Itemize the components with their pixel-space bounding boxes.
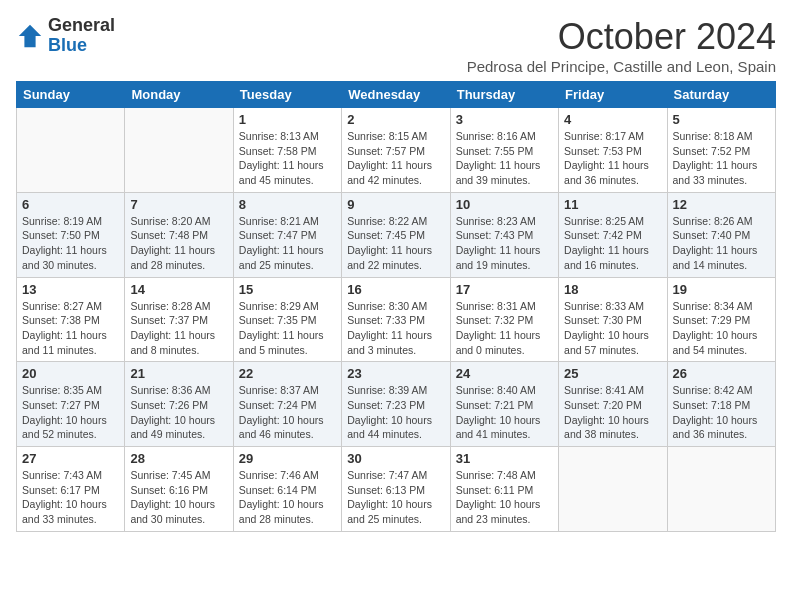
cell-info: Sunrise: 7:43 AMSunset: 6:17 PMDaylight:… — [22, 468, 119, 527]
cell-info: Sunrise: 8:23 AMSunset: 7:43 PMDaylight:… — [456, 214, 553, 273]
calendar-cell: 28Sunrise: 7:45 AMSunset: 6:16 PMDayligh… — [125, 447, 233, 532]
calendar-header-row: SundayMondayTuesdayWednesdayThursdayFrid… — [17, 82, 776, 108]
calendar-cell — [559, 447, 667, 532]
cell-info: Sunrise: 8:28 AMSunset: 7:37 PMDaylight:… — [130, 299, 227, 358]
day-number: 21 — [130, 366, 227, 381]
day-number: 28 — [130, 451, 227, 466]
calendar-week-2: 6Sunrise: 8:19 AMSunset: 7:50 PMDaylight… — [17, 192, 776, 277]
day-number: 26 — [673, 366, 770, 381]
col-header-friday: Friday — [559, 82, 667, 108]
col-header-saturday: Saturday — [667, 82, 775, 108]
day-number: 9 — [347, 197, 444, 212]
cell-info: Sunrise: 8:37 AMSunset: 7:24 PMDaylight:… — [239, 383, 336, 442]
calendar-week-1: 1Sunrise: 8:13 AMSunset: 7:58 PMDaylight… — [17, 108, 776, 193]
svg-marker-0 — [19, 25, 41, 47]
day-number: 31 — [456, 451, 553, 466]
calendar-cell: 15Sunrise: 8:29 AMSunset: 7:35 PMDayligh… — [233, 277, 341, 362]
cell-info: Sunrise: 8:17 AMSunset: 7:53 PMDaylight:… — [564, 129, 661, 188]
calendar-cell: 9Sunrise: 8:22 AMSunset: 7:45 PMDaylight… — [342, 192, 450, 277]
col-header-tuesday: Tuesday — [233, 82, 341, 108]
day-number: 22 — [239, 366, 336, 381]
calendar-cell: 14Sunrise: 8:28 AMSunset: 7:37 PMDayligh… — [125, 277, 233, 362]
calendar-cell: 18Sunrise: 8:33 AMSunset: 7:30 PMDayligh… — [559, 277, 667, 362]
month-title: October 2024 — [467, 16, 776, 58]
calendar-cell: 10Sunrise: 8:23 AMSunset: 7:43 PMDayligh… — [450, 192, 558, 277]
logo-blue: Blue — [48, 36, 115, 56]
cell-info: Sunrise: 8:36 AMSunset: 7:26 PMDaylight:… — [130, 383, 227, 442]
col-header-monday: Monday — [125, 82, 233, 108]
cell-info: Sunrise: 8:18 AMSunset: 7:52 PMDaylight:… — [673, 129, 770, 188]
cell-info: Sunrise: 7:45 AMSunset: 6:16 PMDaylight:… — [130, 468, 227, 527]
logo-icon — [16, 22, 44, 50]
cell-info: Sunrise: 8:19 AMSunset: 7:50 PMDaylight:… — [22, 214, 119, 273]
calendar-cell: 5Sunrise: 8:18 AMSunset: 7:52 PMDaylight… — [667, 108, 775, 193]
calendar-cell: 20Sunrise: 8:35 AMSunset: 7:27 PMDayligh… — [17, 362, 125, 447]
calendar-cell: 13Sunrise: 8:27 AMSunset: 7:38 PMDayligh… — [17, 277, 125, 362]
cell-info: Sunrise: 8:16 AMSunset: 7:55 PMDaylight:… — [456, 129, 553, 188]
calendar-cell: 21Sunrise: 8:36 AMSunset: 7:26 PMDayligh… — [125, 362, 233, 447]
cell-info: Sunrise: 8:35 AMSunset: 7:27 PMDaylight:… — [22, 383, 119, 442]
day-number: 23 — [347, 366, 444, 381]
calendar-cell: 26Sunrise: 8:42 AMSunset: 7:18 PMDayligh… — [667, 362, 775, 447]
day-number: 18 — [564, 282, 661, 297]
day-number: 29 — [239, 451, 336, 466]
day-number: 8 — [239, 197, 336, 212]
calendar-table: SundayMondayTuesdayWednesdayThursdayFrid… — [16, 81, 776, 532]
day-number: 27 — [22, 451, 119, 466]
cell-info: Sunrise: 8:34 AMSunset: 7:29 PMDaylight:… — [673, 299, 770, 358]
cell-info: Sunrise: 7:48 AMSunset: 6:11 PMDaylight:… — [456, 468, 553, 527]
day-number: 24 — [456, 366, 553, 381]
location-subtitle: Pedrosa del Principe, Castille and Leon,… — [467, 58, 776, 75]
calendar-cell — [667, 447, 775, 532]
calendar-cell: 17Sunrise: 8:31 AMSunset: 7:32 PMDayligh… — [450, 277, 558, 362]
calendar-week-5: 27Sunrise: 7:43 AMSunset: 6:17 PMDayligh… — [17, 447, 776, 532]
day-number: 2 — [347, 112, 444, 127]
day-number: 30 — [347, 451, 444, 466]
day-number: 4 — [564, 112, 661, 127]
cell-info: Sunrise: 8:22 AMSunset: 7:45 PMDaylight:… — [347, 214, 444, 273]
cell-info: Sunrise: 8:42 AMSunset: 7:18 PMDaylight:… — [673, 383, 770, 442]
cell-info: Sunrise: 8:26 AMSunset: 7:40 PMDaylight:… — [673, 214, 770, 273]
cell-info: Sunrise: 8:40 AMSunset: 7:21 PMDaylight:… — [456, 383, 553, 442]
cell-info: Sunrise: 7:46 AMSunset: 6:14 PMDaylight:… — [239, 468, 336, 527]
calendar-cell: 11Sunrise: 8:25 AMSunset: 7:42 PMDayligh… — [559, 192, 667, 277]
cell-info: Sunrise: 8:15 AMSunset: 7:57 PMDaylight:… — [347, 129, 444, 188]
cell-info: Sunrise: 8:31 AMSunset: 7:32 PMDaylight:… — [456, 299, 553, 358]
calendar-cell: 23Sunrise: 8:39 AMSunset: 7:23 PMDayligh… — [342, 362, 450, 447]
cell-info: Sunrise: 8:25 AMSunset: 7:42 PMDaylight:… — [564, 214, 661, 273]
cell-info: Sunrise: 8:21 AMSunset: 7:47 PMDaylight:… — [239, 214, 336, 273]
calendar-cell: 4Sunrise: 8:17 AMSunset: 7:53 PMDaylight… — [559, 108, 667, 193]
page-header: General Blue October 2024 Pedrosa del Pr… — [16, 16, 776, 75]
day-number: 3 — [456, 112, 553, 127]
calendar-week-3: 13Sunrise: 8:27 AMSunset: 7:38 PMDayligh… — [17, 277, 776, 362]
cell-info: Sunrise: 8:33 AMSunset: 7:30 PMDaylight:… — [564, 299, 661, 358]
day-number: 19 — [673, 282, 770, 297]
calendar-cell: 24Sunrise: 8:40 AMSunset: 7:21 PMDayligh… — [450, 362, 558, 447]
calendar-cell: 3Sunrise: 8:16 AMSunset: 7:55 PMDaylight… — [450, 108, 558, 193]
day-number: 25 — [564, 366, 661, 381]
logo-general: General — [48, 16, 115, 36]
col-header-thursday: Thursday — [450, 82, 558, 108]
day-number: 17 — [456, 282, 553, 297]
day-number: 16 — [347, 282, 444, 297]
day-number: 20 — [22, 366, 119, 381]
day-number: 13 — [22, 282, 119, 297]
calendar-cell: 8Sunrise: 8:21 AMSunset: 7:47 PMDaylight… — [233, 192, 341, 277]
calendar-cell: 6Sunrise: 8:19 AMSunset: 7:50 PMDaylight… — [17, 192, 125, 277]
calendar-cell: 7Sunrise: 8:20 AMSunset: 7:48 PMDaylight… — [125, 192, 233, 277]
calendar-cell: 29Sunrise: 7:46 AMSunset: 6:14 PMDayligh… — [233, 447, 341, 532]
calendar-cell: 1Sunrise: 8:13 AMSunset: 7:58 PMDaylight… — [233, 108, 341, 193]
calendar-cell — [125, 108, 233, 193]
day-number: 12 — [673, 197, 770, 212]
cell-info: Sunrise: 8:27 AMSunset: 7:38 PMDaylight:… — [22, 299, 119, 358]
logo: General Blue — [16, 16, 115, 56]
calendar-cell — [17, 108, 125, 193]
col-header-sunday: Sunday — [17, 82, 125, 108]
calendar-cell: 2Sunrise: 8:15 AMSunset: 7:57 PMDaylight… — [342, 108, 450, 193]
cell-info: Sunrise: 7:47 AMSunset: 6:13 PMDaylight:… — [347, 468, 444, 527]
day-number: 5 — [673, 112, 770, 127]
calendar-week-4: 20Sunrise: 8:35 AMSunset: 7:27 PMDayligh… — [17, 362, 776, 447]
day-number: 1 — [239, 112, 336, 127]
cell-info: Sunrise: 8:29 AMSunset: 7:35 PMDaylight:… — [239, 299, 336, 358]
cell-info: Sunrise: 8:20 AMSunset: 7:48 PMDaylight:… — [130, 214, 227, 273]
